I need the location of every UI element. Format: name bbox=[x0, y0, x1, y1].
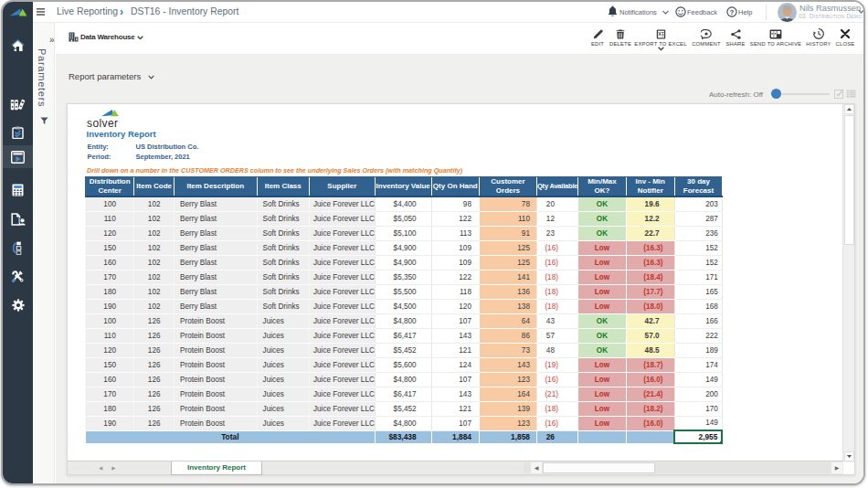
svg-text:?: ? bbox=[730, 8, 735, 16]
svg-text:X: X bbox=[658, 31, 662, 37]
